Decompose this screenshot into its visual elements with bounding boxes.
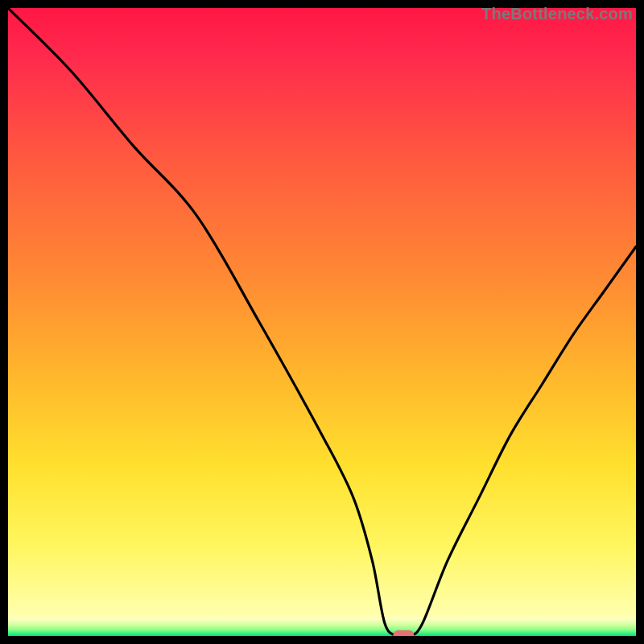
chart-frame: TheBottleneck.com (0, 0, 644, 644)
plot-area (8, 8, 636, 636)
chart-svg (8, 8, 636, 636)
optimal-marker (393, 630, 414, 636)
gradient-background (8, 8, 636, 618)
green-band (8, 618, 636, 636)
watermark-text: TheBottleneck.com (481, 5, 633, 23)
